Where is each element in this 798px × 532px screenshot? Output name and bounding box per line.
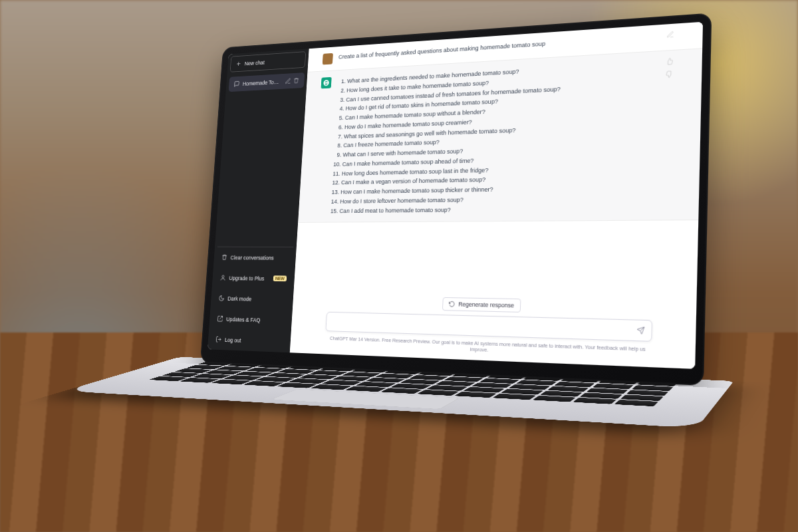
svg-point-0	[222, 275, 224, 277]
logout-button[interactable]: Log out	[210, 331, 288, 350]
regenerate-button[interactable]: Regenerate response	[442, 297, 521, 312]
dark-mode-label: Dark mode	[227, 295, 285, 303]
main-panel: Create a list of frequently asked questi…	[290, 22, 703, 369]
chat-app: New chat Homemade Tomato So…	[207, 22, 703, 369]
new-chat-button[interactable]: New chat	[230, 51, 307, 72]
clear-conversations-label: Clear conversations	[230, 254, 288, 261]
external-link-icon	[217, 315, 223, 323]
upgrade-button[interactable]: Upgrade to Plus NEW	[215, 270, 292, 287]
clear-conversations-button[interactable]: Clear conversations	[216, 249, 293, 265]
laptop-display: New chat Homemade Tomato So…	[207, 22, 703, 369]
new-badge: NEW	[273, 275, 287, 281]
conversation-thread[interactable]: Create a list of frequently asked questi…	[294, 22, 703, 296]
upgrade-label: Upgrade to Plus	[229, 275, 270, 281]
user-prompt-text: Create a list of frequently asked questi…	[338, 32, 655, 64]
moon-icon	[218, 295, 225, 301]
laptop-screen-shell: New chat Homemade Tomato So…	[200, 13, 712, 386]
updates-faq-label: Updates & FAQ	[226, 316, 284, 324]
user-icon	[220, 274, 227, 281]
logout-label: Log out	[225, 336, 283, 345]
edit-icon[interactable]	[285, 78, 291, 85]
user-message: Create a list of frequently asked questi…	[307, 22, 703, 72]
history-item[interactable]: Homemade Tomato So…	[229, 72, 305, 92]
new-chat-label: New chat	[245, 57, 301, 66]
thumbs-up-icon[interactable]	[666, 57, 674, 66]
chat-bubble-icon	[233, 80, 239, 87]
disclaimer-text: ChatGPT Mar 14 Version. Free Research Pr…	[325, 334, 652, 360]
user-avatar	[323, 53, 333, 65]
logout-icon	[215, 336, 222, 343]
thumbs-down-icon[interactable]	[665, 70, 673, 80]
trash-icon	[221, 254, 228, 261]
composer-footer: Regenerate response ChatGPT Mar 14 Versi…	[290, 289, 697, 368]
assistant-response: What are the ingredients needed to make …	[329, 59, 655, 216]
send-button[interactable]	[633, 323, 648, 337]
laptop-stage: New chat Homemade Tomato So…	[0, 0, 798, 532]
trash-icon[interactable]	[293, 77, 300, 84]
plus-icon	[235, 61, 241, 67]
dark-mode-button[interactable]: Dark mode	[213, 290, 291, 307]
regenerate-label: Regenerate response	[458, 301, 514, 309]
history-item-title: Homemade Tomato So…	[243, 78, 282, 86]
updates-faq-button[interactable]: Updates & FAQ	[212, 311, 290, 329]
assistant-message: What are the ingredients needed to make …	[298, 48, 702, 223]
edit-icon[interactable]	[666, 31, 674, 40]
laptop: New chat Homemade Tomato So…	[200, 13, 712, 386]
assistant-avatar	[321, 77, 332, 88]
faq-list: What are the ingredients needed to make …	[329, 59, 655, 215]
